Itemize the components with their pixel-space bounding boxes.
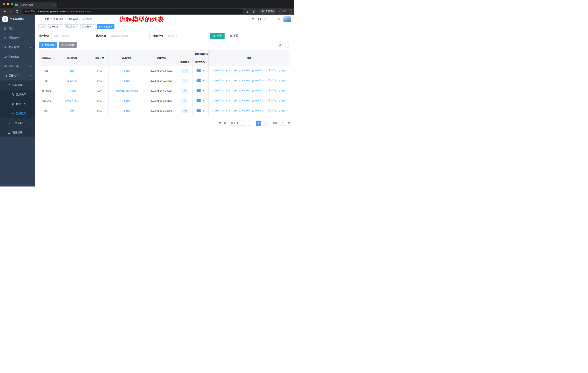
sidebar-item-home[interactable]: 首页 bbox=[0, 24, 35, 33]
security-indicator[interactable]: 不安全 bbox=[25, 10, 35, 13]
form-info-link[interactable]: biubiu bbox=[124, 100, 130, 102]
goto-page-input[interactable] bbox=[279, 121, 286, 126]
forward-icon[interactable] bbox=[9, 10, 13, 13]
action-edit[interactable]: 修改流程 bbox=[212, 69, 224, 72]
action-delete[interactable]: 删除 bbox=[279, 109, 286, 112]
process-name-link[interactable]: 测试多审批人 bbox=[65, 99, 79, 102]
close-icon[interactable] bbox=[75, 26, 77, 28]
sidebar-item-process-form[interactable]: 流程表单 bbox=[0, 90, 35, 100]
address-bar[interactable]: 不安全 dashboard.yudao.iocoder.cn/bpm/manag… bbox=[22, 9, 243, 14]
browser-tab[interactable]: 芋道管理系统 bbox=[13, 2, 57, 8]
sidebar-item-system[interactable]: 系统管理 bbox=[0, 33, 35, 43]
action-assign-rule[interactable]: 分配规则 bbox=[239, 99, 250, 102]
import-process-button[interactable]: 导入流程 bbox=[59, 42, 77, 48]
process-name-link[interactable]: 自己审批 bbox=[67, 79, 77, 82]
active-toggle[interactable] bbox=[197, 69, 204, 72]
font-size-icon[interactable] bbox=[277, 18, 280, 21]
action-definition[interactable]: 流程定义 bbox=[265, 89, 277, 92]
action-definition[interactable]: 流程定义 bbox=[265, 69, 277, 72]
github-icon[interactable] bbox=[258, 18, 261, 21]
form-info-link[interactable]: biubiu bbox=[124, 110, 130, 112]
active-toggle[interactable] bbox=[197, 89, 204, 92]
tab-close-icon[interactable] bbox=[53, 4, 55, 6]
create-process-button[interactable]: 新建流程 bbox=[39, 42, 57, 48]
password-key-icon[interactable] bbox=[246, 10, 250, 13]
action-design[interactable]: 设计流程 bbox=[225, 99, 237, 102]
action-design[interactable]: 设计流程 bbox=[225, 89, 237, 92]
window-close-button[interactable] bbox=[3, 3, 5, 5]
action-design[interactable]: 设计流程 bbox=[225, 79, 237, 82]
action-edit[interactable]: 修改流程 bbox=[212, 109, 224, 112]
tag-tenant[interactable]: 租户管理 bbox=[48, 24, 63, 29]
process-name-link[interactable]: 滔博 bbox=[70, 109, 74, 112]
tag-home[interactable]: 首页 bbox=[38, 24, 46, 29]
action-delete[interactable]: 删除 bbox=[279, 79, 286, 82]
form-info-link[interactable]: /bpm/oa/leave/create bbox=[116, 90, 138, 92]
action-design[interactable]: 设计流程 bbox=[225, 109, 237, 112]
close-icon[interactable] bbox=[92, 26, 94, 28]
toggle-search-button[interactable] bbox=[277, 42, 283, 48]
browser-menu-dots-icon[interactable] bbox=[288, 10, 290, 13]
breadcrumb-home[interactable]: 首页 bbox=[44, 18, 49, 21]
action-publish[interactable]: 发布流程 bbox=[252, 109, 263, 112]
action-delete[interactable]: 删除 bbox=[279, 89, 286, 92]
window-zoom-button[interactable] bbox=[11, 3, 13, 5]
tag-process-form[interactable]: 流程表单 bbox=[80, 24, 96, 29]
browser-update-button[interactable]: 更新 bbox=[279, 9, 292, 14]
refresh-table-button[interactable] bbox=[285, 42, 290, 48]
prev-page-button[interactable] bbox=[248, 121, 253, 126]
sidebar-item-user-group[interactable]: 用户分组 bbox=[0, 100, 35, 109]
tag-my-process[interactable]: 我的流程 bbox=[64, 24, 79, 29]
tag-process-model[interactable]: 流程模型 bbox=[97, 24, 115, 29]
back-icon[interactable] bbox=[3, 10, 6, 13]
action-publish[interactable]: 发布流程 bbox=[252, 69, 263, 72]
process-category-select[interactable]: 流程分类 bbox=[166, 33, 205, 39]
action-delete[interactable]: 删除 bbox=[279, 69, 286, 72]
action-assign-rule[interactable]: 分配规则 bbox=[239, 79, 250, 82]
sidebar-item-infrastructure[interactable]: 基础设施 bbox=[0, 52, 35, 61]
action-edit[interactable]: 修改流程 bbox=[212, 99, 224, 102]
sidebar-item-process-model[interactable]: 流程模型 bbox=[0, 109, 35, 118]
action-definition[interactable]: 流程定义 bbox=[265, 99, 277, 102]
breadcrumb-process-management[interactable]: 流程管理 bbox=[68, 18, 78, 21]
search-icon[interactable] bbox=[252, 18, 255, 21]
action-edit[interactable]: 修改流程 bbox=[212, 79, 224, 82]
action-publish[interactable]: 发布流程 bbox=[252, 89, 263, 92]
sidebar-item-process-management[interactable]: 流程管理 bbox=[0, 81, 35, 90]
action-delete[interactable]: 删除 bbox=[279, 99, 286, 102]
action-assign-rule[interactable]: 分配规则 bbox=[239, 109, 250, 112]
active-toggle[interactable] bbox=[197, 79, 204, 82]
avatar[interactable] bbox=[284, 16, 291, 22]
page-size-select[interactable]: 10条/页 bbox=[229, 121, 246, 126]
close-icon[interactable] bbox=[59, 26, 61, 28]
action-publish[interactable]: 发布流程 bbox=[252, 99, 263, 102]
action-publish[interactable]: 发布流程 bbox=[252, 79, 263, 82]
action-assign-rule[interactable]: 分配规则 bbox=[239, 89, 250, 92]
new-tab-button[interactable] bbox=[60, 3, 63, 6]
process-id-input[interactable] bbox=[51, 33, 92, 39]
active-toggle[interactable] bbox=[197, 99, 204, 102]
sidebar-item-payment[interactable]: ¥ 支付管理 bbox=[0, 43, 35, 52]
breadcrumb-workflow[interactable]: 工作流程 bbox=[53, 18, 64, 21]
action-assign-rule[interactable]: 分配规则 bbox=[239, 69, 250, 72]
help-icon[interactable] bbox=[264, 18, 267, 21]
page-number-current[interactable]: 1 bbox=[256, 121, 261, 126]
sidebar-item-task-management[interactable]: 任务管理 bbox=[0, 118, 35, 128]
fullscreen-icon[interactable] bbox=[271, 18, 274, 21]
action-edit[interactable]: 修改流程 bbox=[212, 89, 224, 92]
process-name-link[interactable]: OA 请假 bbox=[68, 89, 76, 92]
action-design[interactable]: 设计流程 bbox=[225, 69, 237, 72]
sidebar-toggle-button[interactable] bbox=[35, 18, 44, 21]
next-page-button[interactable] bbox=[263, 121, 268, 126]
window-minimize-button[interactable] bbox=[7, 3, 9, 5]
close-icon[interactable] bbox=[111, 26, 113, 28]
process-name-input[interactable] bbox=[109, 33, 150, 39]
reset-button[interactable]: 重置 bbox=[227, 33, 241, 39]
reload-icon[interactable] bbox=[15, 10, 19, 13]
bookmark-star-icon[interactable] bbox=[253, 10, 256, 13]
action-definition[interactable]: 流程定义 bbox=[265, 79, 277, 82]
form-info-link[interactable]: biubiu bbox=[124, 69, 130, 72]
active-toggle[interactable] bbox=[197, 109, 204, 112]
sidebar-item-devtools[interactable]: 研发工具 bbox=[0, 61, 35, 71]
sidebar-item-leave-query[interactable]: 请假查询 bbox=[0, 128, 35, 137]
